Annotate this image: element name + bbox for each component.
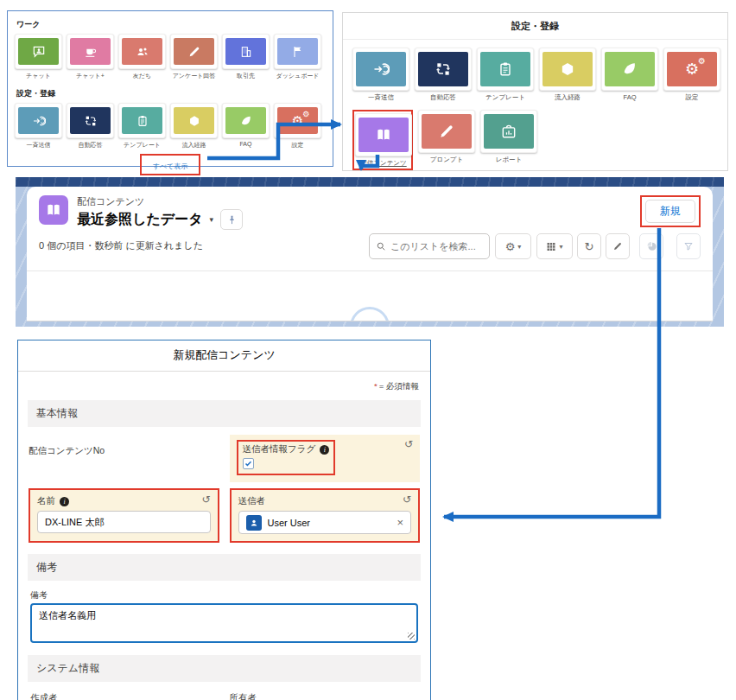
app-tile-auto-reply[interactable]: 自動応答 xyxy=(67,103,114,150)
info-icon[interactable]: i xyxy=(320,445,329,455)
remove-x-icon[interactable]: × xyxy=(397,517,403,528)
section-title-work: ワーク xyxy=(16,19,326,30)
chevron-down-icon: ▾ xyxy=(517,243,521,251)
new-record-modal: 新規配信コンテンツ *= 必須情報 基本情報 配信コンテンツNo 送信者情報フラ… xyxy=(17,340,431,700)
app-tile-report[interactable]: レポート xyxy=(480,110,537,164)
app-tile-label: 一斉送信 xyxy=(352,93,409,102)
coffee-cup-icon xyxy=(84,45,98,59)
undo-icon[interactable]: ↺ xyxy=(403,494,411,505)
chevron-down-icon: ▾ xyxy=(559,243,562,251)
notes-textarea[interactable]: 送信者名義用 xyxy=(30,603,418,643)
app-tile-survey[interactable]: アンケート回答 xyxy=(170,34,218,80)
sender-value: User User xyxy=(268,518,311,528)
field-name: 名前 i ↺ xyxy=(29,488,219,543)
send-target-icon xyxy=(32,114,46,128)
auto-flow-icon xyxy=(84,114,98,128)
sender-label: 送信者 xyxy=(238,495,266,507)
list-divider xyxy=(27,270,713,271)
field-sender-flag: 送信者情報フラグ i ↺ xyxy=(230,435,421,482)
undo-icon[interactable]: ↺ xyxy=(201,494,210,505)
app-tile-label: 流入経路 xyxy=(539,93,596,102)
app-tile-auto-reply[interactable]: 自動応答 xyxy=(415,48,472,102)
app-tile-faq[interactable]: FAQ xyxy=(222,103,270,150)
filter-button[interactable] xyxy=(676,233,701,259)
chevron-down-icon[interactable]: ▾ xyxy=(210,215,214,224)
display-as-button[interactable]: ▾ xyxy=(536,233,573,259)
app-tile-inflow-route[interactable]: 流入経路 xyxy=(539,48,596,102)
pencil-icon xyxy=(187,45,201,59)
hexagon-icon xyxy=(559,60,576,78)
leaf-icon xyxy=(239,114,253,128)
info-icon[interactable]: i xyxy=(60,497,69,506)
search-icon xyxy=(376,241,386,251)
new-record-button[interactable]: 新規 xyxy=(645,200,695,223)
app-tile-label: チャット+ xyxy=(67,72,114,80)
modal-title: 新規配信コンテンツ xyxy=(18,340,430,372)
clipboard-icon xyxy=(497,60,514,78)
refresh-button[interactable]: ↻ xyxy=(577,233,601,259)
leaf-icon xyxy=(621,60,638,78)
app-tile-label: 友だち xyxy=(118,72,166,80)
app-tile-friends[interactable]: 友だち xyxy=(118,34,166,80)
app-tile-label: レポート xyxy=(480,156,537,164)
inline-edit-button[interactable] xyxy=(606,233,630,259)
field-sender: 送信者 User User × ↺ xyxy=(230,488,421,543)
list-status-text: 0 個の項目・数秒前 に更新されました xyxy=(39,239,203,259)
undo-icon[interactable]: ↺ xyxy=(404,439,413,449)
app-tile-chat[interactable]: チャット xyxy=(15,34,62,80)
section-header-system: システム情報 xyxy=(28,655,421,682)
app-tile-chat-plus[interactable]: チャット+ xyxy=(67,34,114,80)
filter-funnel-icon xyxy=(683,241,694,251)
delivery-content-object-icon xyxy=(39,195,68,225)
app-tile-dashboard[interactable]: ダッシュボード xyxy=(274,34,321,80)
app-tile-label: ダッシュボード xyxy=(274,72,321,80)
show-all-link[interactable]: すべて表示 xyxy=(153,162,188,170)
app-tile-bulk-send[interactable]: 一斉送信 xyxy=(352,48,409,102)
created-by-label: 作成者 xyxy=(30,692,219,700)
app-tile-label: 自動応答 xyxy=(415,93,472,102)
app-tile-bulk-send[interactable]: 一斉送信 xyxy=(15,103,62,150)
pin-list-view-button[interactable] xyxy=(220,209,243,230)
app-tile-faq[interactable]: FAQ xyxy=(601,48,658,101)
app-tile-label: テンプレート xyxy=(118,141,166,150)
quick-access-panel: ワーク チャット チャット+ 友だち アンケート回答 取引先 ダッシュボード 設… xyxy=(7,10,333,167)
app-tile-label: 設定 xyxy=(663,93,720,102)
edit-pencil-icon xyxy=(612,241,623,251)
app-tile-settings[interactable]: ⚙⚙ 設定 xyxy=(274,103,321,150)
chat-bubble-person-icon xyxy=(32,45,46,59)
app-tile-label: FAQ xyxy=(601,93,658,101)
app-tile-inflow-route[interactable]: 流入経路 xyxy=(170,103,218,150)
app-tile-label: 一斉送信 xyxy=(15,141,62,150)
list-view-window: 配信コンテンツ 最近参照したデータ ▾ 新規 0 個の項目・数秒前 に更新されま… xyxy=(16,177,724,327)
app-tile-template[interactable]: テンプレート xyxy=(118,103,166,150)
building-icon xyxy=(239,45,253,59)
apps-panel-title: 設定・登録 xyxy=(343,13,727,40)
name-input[interactable] xyxy=(37,511,211,533)
charts-button[interactable] xyxy=(639,233,663,259)
list-settings-button[interactable]: ⚙▾ xyxy=(495,233,531,259)
sender-flag-highlight-box: 送信者情報フラグ i xyxy=(237,440,336,475)
app-header-band xyxy=(16,177,724,187)
required-note: *= 必須情報 xyxy=(29,381,419,392)
app-tile-delivery-content[interactable]: 配信コンテンツ xyxy=(355,113,412,168)
people-icon xyxy=(136,45,149,59)
app-tile-template[interactable]: テンプレート xyxy=(477,48,534,102)
app-tile-accounts[interactable]: 取引先 xyxy=(222,34,270,80)
app-tile-settings[interactable]: ⚙⚙ 設定 xyxy=(663,48,720,102)
app-tile-label: 設定 xyxy=(274,141,321,150)
search-input[interactable] xyxy=(390,241,483,251)
sender-lookup-pill[interactable]: User User × xyxy=(238,511,412,534)
apps-panel: 設定・登録 一斉送信 自動応答 テンプレート 流入経路 FAQ ⚙⚙ 設定 xyxy=(342,12,728,171)
loading-spinner xyxy=(350,307,390,321)
pie-chart-icon xyxy=(646,241,657,252)
gears-icon: ⚙⚙ xyxy=(292,114,303,127)
app-tile-prompt[interactable]: プロンプト xyxy=(418,110,475,164)
list-view-title[interactable]: 最近参照したデータ xyxy=(77,211,203,229)
send-target-icon xyxy=(372,60,390,78)
app-tile-label: プロンプト xyxy=(418,156,475,164)
auto-flow-icon xyxy=(435,60,452,78)
owner-label: 所有者 xyxy=(230,692,419,700)
clipboard-icon xyxy=(136,114,149,128)
list-search-box[interactable] xyxy=(369,233,490,259)
sender-flag-checkbox[interactable] xyxy=(243,458,254,469)
